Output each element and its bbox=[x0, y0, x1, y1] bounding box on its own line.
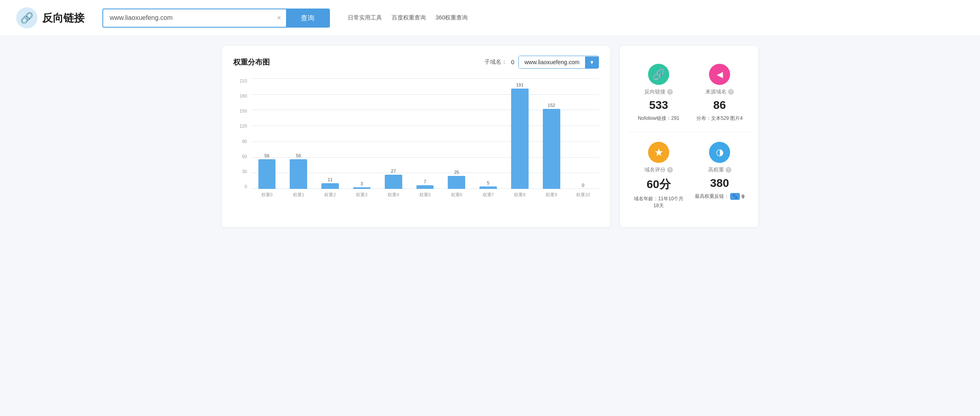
subdomain-label: 子域名： bbox=[484, 58, 507, 66]
search-bar: × 查询 bbox=[102, 9, 330, 28]
bar-rect-9 bbox=[543, 109, 560, 189]
badge-num: 9 bbox=[742, 193, 744, 199]
source-domain-icon: ◀ bbox=[709, 64, 730, 85]
bar-col-4[interactable]: 27权重4 bbox=[377, 78, 409, 200]
bar-col-2[interactable]: 11权重2 bbox=[314, 78, 346, 200]
high-weight-icon: ◑ bbox=[709, 142, 730, 163]
bar-xlabel-7: 权重7 bbox=[483, 192, 494, 198]
high-weight-name: 高权重 ? bbox=[708, 166, 731, 173]
backlink-icon: 🔗 bbox=[648, 64, 669, 85]
search-clear-button[interactable]: × bbox=[272, 9, 286, 27]
chart-header: 权重分布图 子域名： 0 www.liaoxuefeng.com ▼ bbox=[233, 56, 599, 69]
source-domain-name: 来源域名 ? bbox=[705, 88, 734, 95]
bar-col-8[interactable]: 191权重8 bbox=[504, 78, 536, 200]
badge-icon: 🐾 bbox=[730, 193, 740, 200]
logo-area: 🔗 反向链接 bbox=[16, 7, 85, 28]
bar-rect-1 bbox=[290, 159, 307, 189]
bar-rect-3 bbox=[353, 187, 371, 189]
subdomain-dropdown-value: www.liaoxuefeng.com bbox=[519, 56, 585, 68]
y-label-60: 60 bbox=[233, 154, 249, 159]
y-label-30: 30 bbox=[233, 169, 249, 174]
chart-title: 权重分布图 bbox=[233, 57, 270, 67]
bar-col-9[interactable]: 152权重9 bbox=[536, 78, 567, 200]
bar-col-7[interactable]: 5权重7 bbox=[473, 78, 504, 200]
stats-row-bottom: ★ 域名评分 ? 60分 域名年龄：11年10个月18天 ◑ 高权重 ? 380 bbox=[628, 132, 750, 219]
search-button[interactable]: 查询 bbox=[286, 9, 329, 27]
y-label-0: 0 bbox=[233, 184, 249, 189]
y-label-210: 210 bbox=[233, 78, 249, 83]
bar-xlabel-5: 权重5 bbox=[419, 192, 431, 198]
backlink-sub: Nofollow链接：291 bbox=[638, 115, 679, 122]
bar-col-0[interactable]: 56权重0 bbox=[251, 78, 283, 200]
bar-rect-0 bbox=[258, 159, 276, 189]
bar-xlabel-8: 权重8 bbox=[514, 192, 525, 198]
bar-xlabel-2: 权重2 bbox=[324, 192, 336, 198]
y-axis: 0 30 60 90 120 150 180 210 bbox=[233, 78, 249, 189]
domain-score-icon: ★ bbox=[648, 142, 669, 163]
stat-domain-score: ★ 域名评分 ? 60分 域名年龄：11年10个月18天 bbox=[628, 139, 689, 212]
domain-score-value: 60分 bbox=[646, 177, 670, 192]
bar-col-10[interactable]: 0权重10 bbox=[567, 78, 599, 200]
bar-xlabel-4: 权重4 bbox=[388, 192, 399, 198]
bar-value-5: 7 bbox=[424, 179, 426, 184]
bar-rect-4 bbox=[385, 175, 402, 189]
bar-col-5[interactable]: 7权重5 bbox=[409, 78, 441, 200]
stat-high-weight: ◑ 高权重 ? 380 最高权重反链： 🐾 9 bbox=[689, 139, 750, 212]
bar-value-9: 152 bbox=[548, 103, 555, 108]
bar-xlabel-1: 权重1 bbox=[293, 192, 304, 198]
bar-value-1: 56 bbox=[296, 153, 301, 158]
nav-360-rank[interactable]: 360权重查询 bbox=[436, 14, 468, 22]
subdomain-area: 子域名： 0 www.liaoxuefeng.com ▼ bbox=[484, 56, 599, 69]
bars-area: 56权重056权重111权重23权重327权重47权重525权重65权重7191… bbox=[251, 78, 599, 200]
high-weight-sub: 最高权重反链： 🐾 9 bbox=[695, 193, 745, 200]
bar-rect-5 bbox=[416, 185, 434, 189]
backlink-name: 反向链接 ? bbox=[644, 88, 673, 95]
main-content: 权重分布图 子域名： 0 www.liaoxuefeng.com ▼ 0 30 … bbox=[206, 36, 774, 237]
backlink-help[interactable]: ? bbox=[667, 89, 673, 95]
bar-rect-6 bbox=[448, 176, 465, 189]
bar-xlabel-10: 权重10 bbox=[576, 192, 590, 198]
header: 🔗 反向链接 × 查询 日常实用工具 百度权重查询 360权重查询 bbox=[0, 0, 980, 36]
logo-icon: 🔗 bbox=[16, 7, 37, 28]
y-label-150: 150 bbox=[233, 108, 249, 113]
source-domain-sub: 分布：文本529 图片4 bbox=[696, 115, 743, 122]
bar-value-3: 3 bbox=[360, 181, 363, 186]
stats-panel: 🔗 反向链接 ? 533 Nofollow链接：291 ◀ 来源域名 ? 86 bbox=[620, 46, 758, 227]
bar-rect-8 bbox=[511, 89, 529, 189]
bar-xlabel-6: 权重6 bbox=[451, 192, 462, 198]
bar-rect-7 bbox=[479, 186, 497, 189]
bar-col-3[interactable]: 3权重3 bbox=[346, 78, 377, 200]
subdomain-dropdown-arrow: ▼ bbox=[585, 56, 598, 68]
bar-value-0: 56 bbox=[265, 153, 269, 158]
bar-value-8: 191 bbox=[516, 82, 523, 87]
bar-value-6: 25 bbox=[454, 170, 459, 175]
source-domain-value: 86 bbox=[713, 99, 726, 112]
bar-xlabel-0: 权重0 bbox=[261, 192, 273, 198]
bar-chart-container: 0 30 60 90 120 150 180 210 bbox=[233, 78, 599, 200]
bar-value-7: 5 bbox=[487, 180, 490, 185]
domain-score-name: 域名评分 ? bbox=[644, 166, 673, 173]
bar-value-2: 11 bbox=[327, 177, 332, 182]
bar-xlabel-3: 权重3 bbox=[356, 192, 367, 198]
domain-score-sub: 域名年龄：11年10个月18天 bbox=[631, 195, 686, 209]
bar-xlabel-9: 权重9 bbox=[546, 192, 557, 198]
bar-value-10: 0 bbox=[582, 183, 584, 188]
domain-score-help[interactable]: ? bbox=[667, 167, 673, 173]
y-label-90: 90 bbox=[233, 139, 249, 144]
logo-text: 反向链接 bbox=[42, 11, 85, 25]
search-input[interactable] bbox=[103, 9, 272, 27]
source-domain-help[interactable]: ? bbox=[728, 89, 734, 95]
nav-daily-tools[interactable]: 日常实用工具 bbox=[348, 14, 382, 22]
bar-col-6[interactable]: 25权重6 bbox=[441, 78, 473, 200]
nav-baidu-rank[interactable]: 百度权重查询 bbox=[392, 14, 426, 22]
bar-rect-2 bbox=[321, 183, 339, 189]
high-weight-value: 380 bbox=[710, 177, 729, 190]
bar-col-1[interactable]: 56权重1 bbox=[283, 78, 314, 200]
y-label-180: 180 bbox=[233, 93, 249, 98]
bar-value-4: 27 bbox=[391, 169, 396, 173]
stat-source-domain: ◀ 来源域名 ? 86 分布：文本529 图片4 bbox=[689, 61, 750, 125]
high-weight-badge-area: 🐾 9 bbox=[730, 193, 744, 200]
y-label-120: 120 bbox=[233, 124, 249, 128]
subdomain-dropdown[interactable]: www.liaoxuefeng.com ▼ bbox=[518, 56, 599, 69]
high-weight-help[interactable]: ? bbox=[726, 167, 731, 173]
